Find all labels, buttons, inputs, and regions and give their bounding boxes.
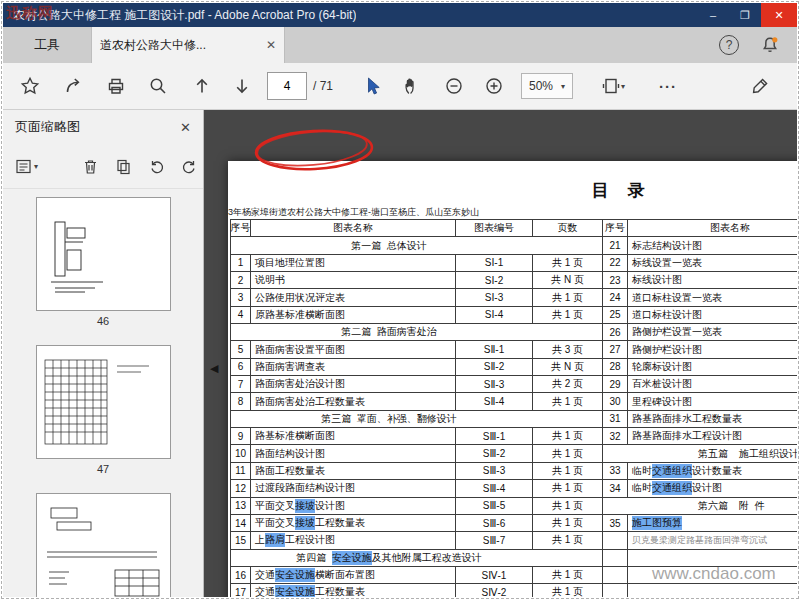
toc-cell: 共 1 页 bbox=[533, 584, 603, 597]
toc-cell: 路面病害处治设计图 bbox=[251, 376, 456, 393]
toc-cell: 路面工程数量表 bbox=[251, 463, 456, 480]
toc-cell: 3 bbox=[231, 289, 251, 306]
toc-cell: 路基路面排水工程数量表 bbox=[628, 411, 797, 428]
toc-cell: 共 1 页 bbox=[533, 255, 603, 272]
rotate-left-icon[interactable] bbox=[148, 158, 165, 175]
titlebar: 农村公路大中修工程 施工图设计.pdf - Adobe Acrobat Pro … bbox=[3, 3, 797, 27]
toc-cell: 22 bbox=[603, 255, 628, 272]
toc-cell: 路基标准横断面图 bbox=[251, 428, 456, 445]
help-icon[interactable]: ? bbox=[719, 35, 739, 55]
page-thumbnail[interactable] bbox=[36, 493, 171, 597]
fill-sign-pen-icon[interactable] bbox=[747, 73, 773, 99]
toc-cell: 路面病害处治工程数量表 bbox=[251, 393, 456, 410]
toc-cell: 平面交叉接坡设计图 bbox=[251, 498, 456, 515]
toc-cell: 25 bbox=[603, 307, 628, 324]
toc-cell: 共 3 页 bbox=[533, 341, 603, 358]
toc-cell: 说明书 bbox=[251, 272, 456, 289]
toc-cell: 31 bbox=[603, 411, 628, 428]
thumbnails-panel-header: 页面缩略图 ✕ bbox=[3, 110, 203, 144]
toc-cell: 第四篇 安全设施及其他附属工程改造设计 bbox=[231, 550, 603, 567]
page-number-input[interactable] bbox=[267, 72, 307, 100]
favorites-star-icon[interactable] bbox=[17, 73, 43, 99]
bell-icon[interactable] bbox=[757, 32, 783, 58]
toc-cell: SⅢ-1 bbox=[456, 428, 533, 445]
toc-cell: 12 bbox=[231, 480, 251, 497]
toc-cell bbox=[628, 584, 797, 597]
print-icon[interactable] bbox=[103, 73, 129, 99]
toc-cell: 8 bbox=[231, 393, 251, 410]
toc-cell: 里程碑设计图 bbox=[628, 393, 797, 410]
page-thumbnail[interactable] bbox=[36, 197, 171, 311]
toc-cell: 27 bbox=[603, 341, 628, 358]
toc-cell: 33 bbox=[603, 463, 628, 480]
toc-cell: 图表编号 bbox=[456, 220, 533, 237]
panel-toolbar: ▾ bbox=[3, 144, 203, 189]
toc-cell: SⅠ-3 bbox=[456, 289, 533, 306]
chevron-down-icon: ▾ bbox=[561, 82, 565, 91]
close-button[interactable]: ✕ bbox=[761, 3, 797, 27]
toc-cell bbox=[603, 550, 628, 567]
thumbnail-options-button[interactable]: ▾ bbox=[15, 158, 38, 175]
toc-cell: SⅢ-7 bbox=[456, 532, 533, 549]
share-icon[interactable] bbox=[61, 73, 87, 99]
chevron-down-icon: ▾ bbox=[34, 162, 38, 171]
toc-cell: 标线设计图 bbox=[628, 272, 797, 289]
toc-cell: 路面病害调查表 bbox=[251, 359, 456, 376]
rotate-right-icon[interactable] bbox=[181, 158, 198, 175]
toc-cell: 共 1 页 bbox=[533, 480, 603, 497]
toc-cell: SⅡ-2 bbox=[456, 359, 533, 376]
toc-cell: 路侧护栏设置一览表 bbox=[628, 324, 797, 341]
window-controls: – ❐ ✕ bbox=[697, 3, 797, 27]
pdf-page: 目 录 2023年杨家埠街道农村公路大中修工程-塘口至杨庄、瓜山至东妙山 序号图… bbox=[228, 161, 797, 597]
tab-close-icon[interactable]: ✕ bbox=[260, 38, 276, 52]
toc-cell: 35 bbox=[603, 515, 628, 532]
toc-cell: 11 bbox=[231, 463, 251, 480]
hand-tool-icon[interactable] bbox=[399, 73, 425, 99]
toc-cell: 23 bbox=[603, 272, 628, 289]
extract-pages-icon[interactable] bbox=[115, 158, 132, 175]
panel-close-icon[interactable]: ✕ bbox=[180, 120, 191, 135]
toc-cell: 14 bbox=[231, 515, 251, 532]
page-view-dropdown[interactable]: ▾ bbox=[593, 73, 633, 99]
zoom-in-icon[interactable] bbox=[481, 73, 507, 99]
previous-page-icon[interactable] bbox=[189, 73, 215, 99]
window-title: 农村公路大中修工程 施工图设计.pdf - Adobe Acrobat Pro … bbox=[3, 7, 356, 24]
main-area: 页面缩略图 ✕ ▾ bbox=[3, 110, 797, 597]
tab-tools[interactable]: 工具 bbox=[3, 27, 92, 63]
zoom-out-icon[interactable] bbox=[441, 73, 467, 99]
toc-title: 目 录 bbox=[228, 179, 797, 202]
delete-page-trash-icon[interactable] bbox=[82, 158, 99, 175]
tab-document[interactable]: 道农村公路大中修... ✕ bbox=[92, 27, 285, 63]
document-area: ◀ 目 录 2023年杨家埠街道农村公路大中修工程-塘口至杨庄、瓜山至东妙山 序… bbox=[204, 110, 797, 597]
zoom-level-value: 50% bbox=[529, 79, 553, 93]
panel-collapse-icon[interactable]: ◀ bbox=[210, 362, 218, 375]
toc-cell: 15 bbox=[231, 532, 251, 549]
toc-cell: SⅠ-4 bbox=[456, 307, 533, 324]
toc-cell: 32 bbox=[603, 428, 628, 445]
more-tools-button[interactable]: ··· bbox=[655, 73, 681, 99]
toc-cell: 共 1 页 bbox=[533, 567, 603, 584]
toc-cell: 百米桩设计图 bbox=[628, 376, 797, 393]
toc-cell: SⅢ-6 bbox=[456, 515, 533, 532]
toc-cell: SⅣ-1 bbox=[456, 567, 533, 584]
toc-cell: SⅢ-3 bbox=[456, 463, 533, 480]
toc-cell: 标志结构设计图 bbox=[628, 237, 797, 254]
toc-cell: 9 bbox=[231, 428, 251, 445]
toc-cell: 项目地理位置图 bbox=[251, 255, 456, 272]
select-tool-cursor-icon[interactable] bbox=[359, 73, 385, 99]
toc-cell: 共 1 页 bbox=[533, 428, 603, 445]
next-page-icon[interactable] bbox=[229, 73, 255, 99]
toc-cell: 6 bbox=[231, 359, 251, 376]
minimize-button[interactable]: – bbox=[697, 3, 729, 27]
toc-cell: SⅢ-4 bbox=[456, 480, 533, 497]
page-thumbnail[interactable] bbox=[36, 345, 171, 459]
toc-cell: 2 bbox=[231, 272, 251, 289]
zoom-level-dropdown[interactable]: 50% ▾ bbox=[521, 73, 573, 99]
toc-cell: 图表名称 bbox=[628, 220, 797, 237]
toc-cell: 平面交叉接坡工程数量表 bbox=[251, 515, 456, 532]
search-icon[interactable] bbox=[145, 73, 171, 99]
maximize-button[interactable]: ❐ bbox=[729, 3, 761, 27]
toc-cell: SⅢ-2 bbox=[456, 445, 533, 462]
thumbnail-item: 47 bbox=[36, 345, 171, 485]
toc-cell: 16 bbox=[231, 567, 251, 584]
